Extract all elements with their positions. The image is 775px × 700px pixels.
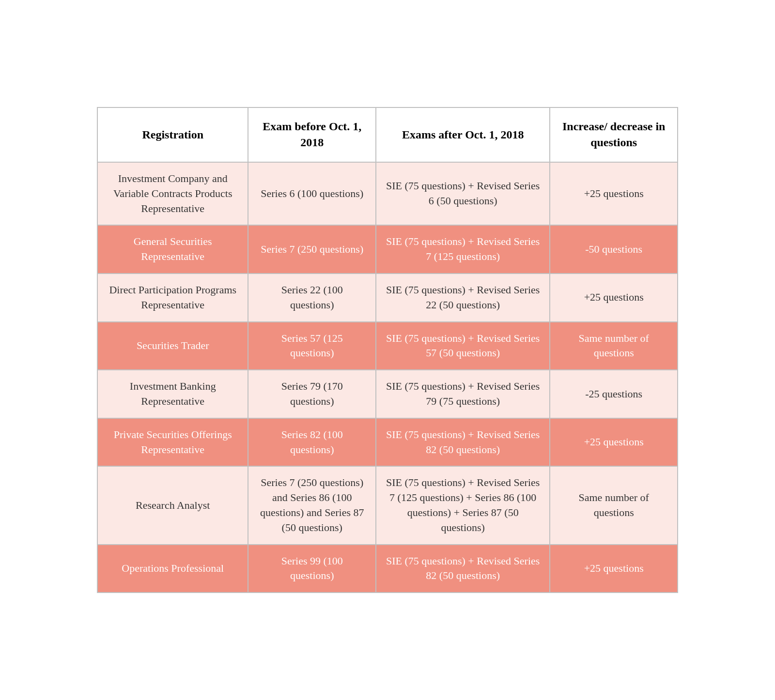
- cell-after: SIE (75 questions) + Revised Series 57 (…: [376, 322, 550, 370]
- cell-change: Same number of questions: [550, 466, 678, 544]
- table-row: Research AnalystSeries 7 (250 questions)…: [97, 466, 678, 544]
- cell-after: SIE (75 questions) + Revised Series 7 (1…: [376, 466, 550, 544]
- cell-before: Series 7 (250 questions): [248, 225, 376, 274]
- cell-after: SIE (75 questions) + Revised Series 6 (5…: [376, 162, 550, 225]
- cell-registration: Private Securities Offerings Representat…: [97, 418, 248, 467]
- cell-registration: Investment Banking Representative: [97, 370, 248, 418]
- cell-change: +25 questions: [550, 545, 678, 593]
- cell-before: Series 7 (250 questions) and Series 86 (…: [248, 466, 376, 544]
- exam-comparison-table: Registration Exam before Oct. 1, 2018 Ex…: [97, 107, 678, 593]
- header-registration: Registration: [97, 107, 248, 162]
- cell-before: Series 99 (100 questions): [248, 545, 376, 593]
- cell-after: SIE (75 questions) + Revised Series 82 (…: [376, 545, 550, 593]
- table-row: Securities TraderSeries 57 (125 question…: [97, 322, 678, 370]
- header-before: Exam before Oct. 1, 2018: [248, 107, 376, 162]
- cell-change: +25 questions: [550, 162, 678, 225]
- table-row: Investment Company and Variable Contract…: [97, 162, 678, 225]
- cell-registration: Research Analyst: [97, 466, 248, 544]
- cell-change: -50 questions: [550, 225, 678, 274]
- cell-change: Same number of questions: [550, 322, 678, 370]
- cell-before: Series 79 (170 questions): [248, 370, 376, 418]
- cell-change: +25 questions: [550, 274, 678, 322]
- cell-registration: Investment Company and Variable Contract…: [97, 162, 248, 225]
- cell-before: Series 82 (100 questions): [248, 418, 376, 467]
- table-row: Private Securities Offerings Representat…: [97, 418, 678, 467]
- cell-after: SIE (75 questions) + Revised Series 82 (…: [376, 418, 550, 467]
- header-change: Increase/ decrease in questions: [550, 107, 678, 162]
- cell-registration: General Securities Representative: [97, 225, 248, 274]
- cell-registration: Securities Trader: [97, 322, 248, 370]
- cell-change: -25 questions: [550, 370, 678, 418]
- header-after: Exams after Oct. 1, 2018: [376, 107, 550, 162]
- cell-after: SIE (75 questions) + Revised Series 79 (…: [376, 370, 550, 418]
- table-row: Investment Banking RepresentativeSeries …: [97, 370, 678, 418]
- header-row: Registration Exam before Oct. 1, 2018 Ex…: [97, 107, 678, 162]
- table-row: Direct Participation Programs Representa…: [97, 274, 678, 322]
- cell-after: SIE (75 questions) + Revised Series 7 (1…: [376, 225, 550, 274]
- cell-change: +25 questions: [550, 418, 678, 467]
- cell-before: Series 57 (125 questions): [248, 322, 376, 370]
- cell-after: SIE (75 questions) + Revised Series 22 (…: [376, 274, 550, 322]
- cell-before: Series 22 (100 questions): [248, 274, 376, 322]
- cell-before: Series 6 (100 questions): [248, 162, 376, 225]
- main-table-wrapper: Registration Exam before Oct. 1, 2018 Ex…: [97, 107, 678, 593]
- table-row: Operations ProfessionalSeries 99 (100 qu…: [97, 545, 678, 593]
- table-row: General Securities RepresentativeSeries …: [97, 225, 678, 274]
- cell-registration: Operations Professional: [97, 545, 248, 593]
- cell-registration: Direct Participation Programs Representa…: [97, 274, 248, 322]
